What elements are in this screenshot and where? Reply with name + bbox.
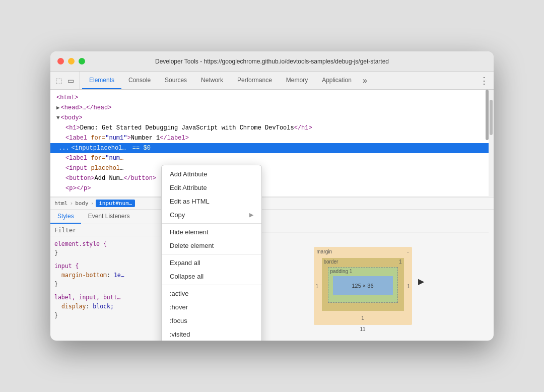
tag-html: <html>	[56, 94, 78, 101]
menu-expand-all[interactable]: Expand all	[162, 256, 261, 270]
tag-h1: <h1>	[65, 124, 80, 132]
menu-focus[interactable]: :focus	[162, 314, 261, 328]
menu-visited-label: :visited	[170, 331, 190, 338]
menu-active[interactable]: :active	[162, 287, 261, 300]
filter-label: Filter	[54, 227, 76, 234]
menu-focus-label: :focus	[170, 317, 187, 324]
attr-for-val: "num1"	[105, 135, 127, 142]
ellipsis-prefix: ...	[58, 144, 70, 153]
attr-for2: for=	[91, 155, 105, 162]
menu-divider-1	[162, 223, 261, 224]
menu-copy[interactable]: Copy ▶	[162, 208, 261, 222]
box-model-panel: …rties .cls + margin - border 1	[232, 210, 494, 341]
tag-label1-close: </label>	[160, 135, 189, 142]
dom-scrollbar[interactable]	[489, 90, 494, 197]
tab-application[interactable]: Application	[315, 72, 359, 89]
menu-divider-3	[162, 285, 261, 285]
tab-sources[interactable]: Sources	[158, 72, 194, 89]
dom-line-head[interactable]: ▶<head>…</head>	[50, 103, 494, 113]
breadcrumb-input[interactable]: input#num…	[96, 200, 135, 207]
arrow-head: ▶	[56, 105, 60, 111]
dom-line-html[interactable]: <html>	[50, 93, 494, 103]
border-title: border	[324, 259, 338, 265]
attr-placeholder: placehol…	[93, 144, 126, 153]
margin-value: -	[407, 249, 409, 254]
selected-marker: == $0	[129, 144, 151, 153]
cursor-icon[interactable]: ⬚	[53, 76, 63, 86]
menu-hide-label: Hide element	[170, 228, 209, 236]
tag-head: <head>…</head>	[61, 104, 112, 111]
tab-console[interactable]: Console	[121, 72, 158, 89]
dom-tree: <html> ▶<head>…</head> ▼<body> <h1>Demo:…	[50, 90, 494, 197]
dom-line-label2[interactable]: <label for="num…	[50, 153, 494, 163]
menu-expand-label: Expand all	[170, 259, 200, 267]
attr-for: for=	[91, 135, 105, 142]
menu-visited[interactable]: :visited	[162, 328, 261, 341]
maximize-button[interactable]	[79, 58, 85, 64]
menu-collapse-all[interactable]: Collapse all	[162, 270, 261, 283]
content-box: 125 × 36	[333, 276, 393, 295]
label1-text: Number 1	[131, 135, 160, 142]
menu-button[interactable]: ⋮	[478, 72, 491, 89]
box-model-visual: margin - border 1 padding 1 125 × 36 1	[314, 247, 412, 325]
menu-add-attribute-label: Add Attribute	[170, 170, 207, 178]
box-addon-bar: .cls +	[237, 233, 489, 243]
device-icon[interactable]: ▭	[65, 76, 76, 86]
dom-line-p[interactable]: <p></p>	[50, 183, 494, 193]
tag-button: <button>	[65, 175, 95, 182]
menu-delete-element[interactable]: Delete element	[162, 239, 261, 252]
copy-arrow-icon: ▶	[249, 212, 253, 218]
styles-tab-event-listeners[interactable]: Event Listeners	[81, 210, 137, 224]
breadcrumb-sep1: ›	[70, 200, 74, 207]
dom-line-h1[interactable]: <h1>Demo: Get Started Debugging JavaScri…	[50, 123, 494, 133]
content-dimensions: 125 × 36	[352, 283, 373, 289]
dom-line-input2[interactable]: <input placehol…	[50, 163, 494, 173]
dom-line-body[interactable]: ▼<body>	[50, 113, 494, 123]
tab-elements[interactable]: Elements	[82, 72, 121, 89]
tab-performance[interactable]: Performance	[230, 72, 279, 89]
minimize-button[interactable]	[68, 58, 75, 64]
tag-input2: <input	[65, 165, 91, 172]
menu-add-attribute[interactable]: Add Attribute	[162, 167, 261, 181]
menu-hover[interactable]: :hover	[162, 300, 261, 314]
tab-network[interactable]: Network	[194, 72, 230, 89]
tab-memory[interactable]: Memory	[279, 72, 315, 89]
menu-copy-label: Copy	[170, 211, 185, 219]
menu-edit-html-label: Edit as HTML	[170, 198, 210, 205]
dom-line-input-selected[interactable]: ... <input placehol… == $0	[50, 143, 494, 153]
breadcrumb-html[interactable]: html	[54, 200, 68, 207]
bottom-panels: Styles Event Listeners Filter .cls + ele…	[50, 210, 494, 341]
traffic-lights	[57, 58, 85, 64]
outer-bottom-val: 11	[360, 326, 365, 332]
dom-scrollbar-thumb[interactable]	[490, 100, 493, 135]
menu-hide-element[interactable]: Hide element	[162, 225, 261, 239]
bottom-margin-val: 1	[361, 315, 364, 321]
placeholder2-ellipsis: …	[120, 165, 123, 172]
menu-edit-html[interactable]: Edit as HTML	[162, 194, 261, 208]
breadcrumb-bar: html › body › input#num…	[50, 197, 494, 210]
left-val: 1	[316, 283, 319, 289]
button-text: Add Num…	[95, 175, 124, 182]
dom-panel: <html> ▶<head>…</head> ▼<body> <h1>Demo:…	[50, 90, 494, 197]
tag-h1-close: </h1>	[294, 124, 312, 132]
right-val: 1	[407, 283, 410, 289]
properties-tab-bar: …rties	[237, 221, 489, 233]
menu-delete-label: Delete element	[170, 242, 214, 249]
tag-button-close: </button>	[123, 175, 156, 182]
breadcrumb-body[interactable]: body	[75, 200, 89, 207]
dom-line-button[interactable]: <button>Add Num…</button>	[50, 173, 494, 183]
more-tabs-button[interactable]: »	[360, 72, 370, 89]
styles-tab-styles[interactable]: Styles	[50, 210, 81, 224]
menu-divider-2	[162, 254, 261, 254]
menu-hover-label: :hover	[170, 303, 188, 311]
menu-edit-attribute[interactable]: Edit Attribute	[162, 181, 261, 194]
dom-line-label1[interactable]: <label for="num1">Number 1</label>	[50, 133, 494, 143]
arrow-body: ▼	[56, 115, 60, 121]
h1-text: Demo: Get Started Debugging JavaScript w…	[80, 124, 294, 132]
tag-label1: <label	[65, 135, 91, 142]
tag-p: <p></p>	[65, 185, 91, 192]
menu-edit-attribute-label: Edit Attribute	[170, 184, 207, 191]
close-button[interactable]	[57, 58, 64, 64]
menu-active-label: :active	[170, 290, 189, 297]
tab-bar-tools: ⬚ ▭	[53, 72, 80, 89]
